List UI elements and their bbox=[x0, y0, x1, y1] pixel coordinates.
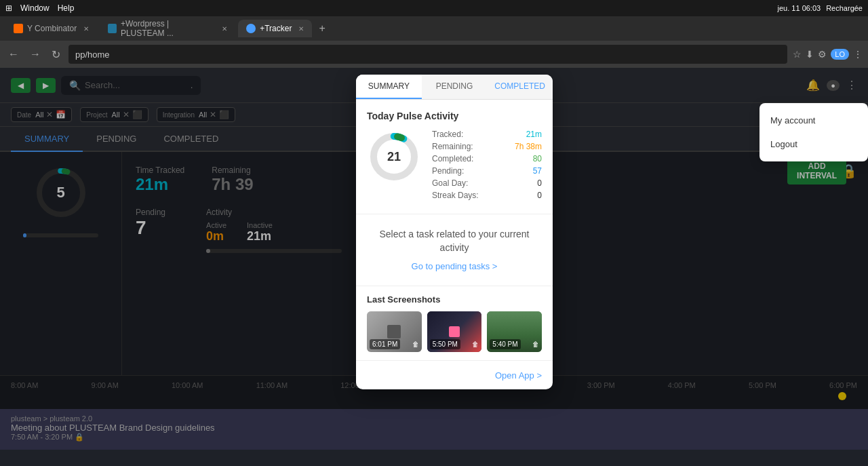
popup: SUMMARY PENDING COMPLETED Today Pulse Ac… bbox=[356, 75, 553, 389]
screenshot-1-time: 5:50 PM bbox=[430, 339, 460, 349]
browser-icons: ☆ ⬇ ⚙ LO ⋮ bbox=[793, 49, 863, 60]
account-dropdown-my-account[interactable]: My account bbox=[760, 109, 868, 132]
screenshot-2-time: 5:40 PM bbox=[490, 339, 520, 349]
popup-overlay: SUMMARY PENDING COMPLETED Today Pulse Ac… bbox=[0, 68, 868, 450]
popup-goal-day-val: 0 bbox=[537, 178, 542, 188]
browser-chrome: Y Combinator ✕ +Wordpress | PLUSTEAM ...… bbox=[0, 16, 868, 68]
screenshots-title: Last Screenshots bbox=[367, 294, 542, 305]
screenshot-1-icon bbox=[449, 326, 460, 337]
tab-close-combinator[interactable]: ✕ bbox=[83, 25, 89, 33]
screenshot-0-footer: 6:01 PM 🗑 bbox=[370, 339, 419, 349]
go-to-pending-link[interactable]: Go to pending tasks > bbox=[412, 261, 498, 271]
screenshot-1[interactable]: 5:50 PM 🗑 bbox=[427, 311, 482, 352]
screenshot-0-delete[interactable]: 🗑 bbox=[412, 341, 419, 348]
forward-button[interactable]: → bbox=[27, 45, 43, 63]
os-help-menu[interactable]: Help bbox=[58, 3, 75, 13]
screenshot-0-time: 6:01 PM bbox=[370, 339, 400, 349]
bookmark-icon[interactable]: ☆ bbox=[793, 49, 802, 60]
popup-stat-goal-day: Goal Day: 0 bbox=[432, 178, 542, 188]
tab-combinator[interactable]: Y Combinator ✕ bbox=[5, 20, 97, 37]
screenshot-1-footer: 5:50 PM 🗑 bbox=[430, 339, 479, 349]
popup-tracked-val: 21m bbox=[526, 130, 542, 139]
screenshot-0-bg: 6:01 PM 🗑 bbox=[367, 311, 422, 352]
tab-favicon-wordpress bbox=[108, 24, 117, 33]
pulse-header: Today Pulse Activity bbox=[367, 111, 542, 121]
screenshot-1-bg: 5:50 PM 🗑 bbox=[427, 311, 482, 352]
popup-goal-day-label: Goal Day: bbox=[432, 178, 468, 188]
pulse-content: 21 Tracked: 21m Remaining: 7h 38m bbox=[367, 130, 542, 203]
user-icon[interactable]: LO bbox=[831, 49, 849, 60]
os-window-menu[interactable]: Window bbox=[20, 3, 50, 13]
os-menubar-left: ⊞ Window Help bbox=[5, 3, 74, 13]
select-task-text: Select a task related to your current ac… bbox=[367, 228, 542, 254]
popup-remaining-label: Remaining: bbox=[432, 142, 473, 151]
pulse-section: Today Pulse Activity 21 bbox=[356, 100, 553, 214]
screenshots-section: Last Screenshots 6:01 PM 🗑 bbox=[356, 286, 553, 360]
tab-bar: Y Combinator ✕ +Wordpress | PLUSTEAM ...… bbox=[0, 16, 868, 41]
tab-label-combinator: Y Combinator bbox=[27, 24, 77, 33]
popup-stat-completed: Completed: 80 bbox=[432, 154, 542, 163]
os-menubar: ⊞ Window Help jeu. 11 06:03 Rechargée bbox=[0, 0, 868, 16]
popup-tab-completed[interactable]: COMPLETED bbox=[487, 75, 553, 99]
popup-tab-pending[interactable]: PENDING bbox=[422, 75, 488, 99]
popup-stat-tracked: Tracked: 21m bbox=[432, 130, 542, 139]
menu-icon[interactable]: ⋮ bbox=[853, 49, 863, 60]
extensions-icon[interactable]: ⚙ bbox=[818, 49, 827, 60]
new-tab-button[interactable]: + bbox=[315, 22, 329, 35]
popup-pending-val: 57 bbox=[533, 166, 542, 176]
popup-streak-val: 0 bbox=[537, 191, 542, 200]
download-icon[interactable]: ⬇ bbox=[806, 49, 814, 60]
open-app-section: Open App > bbox=[356, 360, 553, 389]
tab-favicon-combinator bbox=[14, 24, 23, 33]
screenshots-row: 6:01 PM 🗑 5:50 PM bbox=[367, 311, 542, 352]
tab-tracker[interactable]: +Tracker ✕ bbox=[238, 20, 312, 37]
popup-streak-label: Streak Days: bbox=[432, 191, 479, 200]
account-dropdown-logout[interactable]: Logout bbox=[760, 132, 868, 156]
address-text: pp/home bbox=[75, 50, 110, 60]
screenshot-0[interactable]: 6:01 PM 🗑 bbox=[367, 311, 422, 352]
tab-label-tracker: +Tracker bbox=[260, 24, 292, 33]
tab-close-wordpress[interactable]: ✕ bbox=[222, 25, 227, 33]
open-app-link[interactable]: Open App > bbox=[495, 370, 542, 381]
tab-label-wordpress: +Wordpress | PLUSTEAM ... bbox=[121, 19, 215, 38]
address-bar[interactable]: pp/home bbox=[68, 45, 787, 64]
popup-stat-pending: Pending: 57 bbox=[432, 166, 542, 176]
donut-container: 21 bbox=[367, 130, 421, 184]
back-button[interactable]: ← bbox=[5, 45, 22, 63]
screenshot-1-delete[interactable]: 🗑 bbox=[472, 341, 479, 348]
browser-toolbar: ← → ↻ pp/home ☆ ⬇ ⚙ LO ⋮ bbox=[0, 41, 868, 68]
donut-center-value: 21 bbox=[387, 150, 401, 164]
tab-wordpress[interactable]: +Wordpress | PLUSTEAM ... ✕ bbox=[100, 15, 235, 42]
account-dropdown: My account Logout bbox=[760, 103, 868, 161]
popup-pending-label: Pending: bbox=[432, 166, 464, 176]
screenshot-2-footer: 5:40 PM 🗑 bbox=[490, 339, 539, 349]
popup-stat-streak: Streak Days: 0 bbox=[432, 191, 542, 200]
screenshot-2[interactable]: 5:40 PM 🗑 bbox=[487, 311, 542, 352]
popup-completed-val: 80 bbox=[533, 154, 542, 163]
os-apple-icon[interactable]: ⊞ bbox=[5, 3, 12, 13]
app-content: ◀ ▶ 🔍 . 🔔 ● ⋮ My account Logout Da bbox=[0, 68, 868, 450]
popup-tracked-label: Tracked: bbox=[432, 130, 463, 139]
select-task-area: Select a task related to your current ac… bbox=[356, 214, 553, 286]
popup-stat-remaining: Remaining: 7h 38m bbox=[432, 142, 542, 151]
popup-stats-list: Tracked: 21m Remaining: 7h 38m Completed… bbox=[432, 130, 542, 203]
screenshot-2-delete[interactable]: 🗑 bbox=[532, 341, 539, 348]
popup-tabs: SUMMARY PENDING COMPLETED bbox=[356, 75, 553, 100]
os-menubar-right: jeu. 11 06:03 Rechargée bbox=[778, 4, 863, 12]
popup-completed-label: Completed: bbox=[432, 154, 473, 163]
screenshot-0-icon bbox=[387, 325, 401, 338]
tab-favicon-tracker bbox=[246, 24, 256, 33]
screenshot-2-bg: 5:40 PM 🗑 bbox=[487, 311, 542, 352]
os-battery: Rechargée bbox=[826, 4, 863, 12]
os-time: jeu. 11 06:03 bbox=[778, 4, 821, 12]
reload-button[interactable]: ↻ bbox=[49, 45, 63, 64]
popup-remaining-val: 7h 38m bbox=[515, 142, 542, 151]
popup-tab-summary[interactable]: SUMMARY bbox=[356, 75, 422, 99]
tab-close-tracker[interactable]: ✕ bbox=[298, 25, 304, 33]
